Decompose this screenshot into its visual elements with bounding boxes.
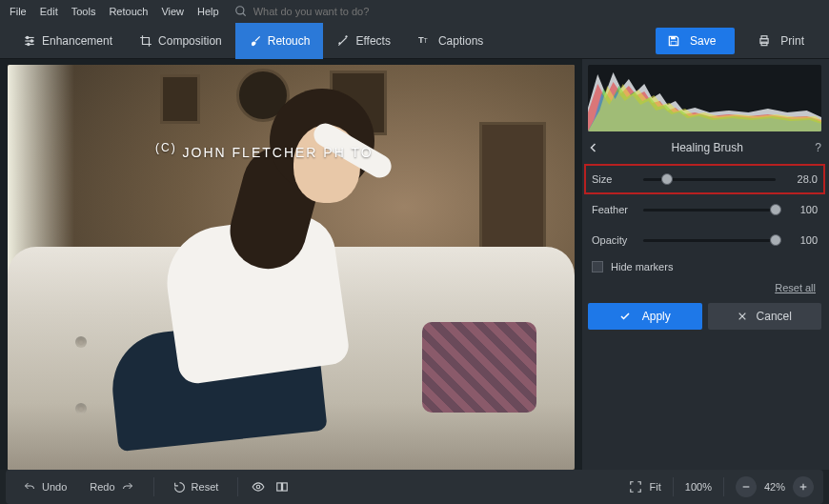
slider-value: 100 (785, 204, 818, 215)
svg-rect-10 (671, 36, 676, 39)
reset-label: Reset (192, 481, 219, 493)
main-area: (C) JOHN FLETCHER PH TO Healing Brush ? … (0, 59, 829, 470)
zoom-level: 42% (764, 481, 785, 493)
slider-opacity[interactable]: Opacity 100 (588, 229, 821, 252)
print-label: Print (780, 34, 804, 48)
svg-point-17 (257, 485, 261, 489)
histogram (588, 65, 821, 131)
svg-point-6 (30, 39, 32, 41)
apply-button[interactable]: Apply (588, 303, 702, 330)
checkbox-label: Hide markers (611, 261, 673, 272)
tab-label: Composition (158, 34, 222, 48)
slider-feather[interactable]: Feather 100 (588, 198, 821, 221)
slider-track[interactable] (643, 239, 776, 242)
apply-label: Apply (642, 310, 671, 323)
slider-label: Size (592, 173, 634, 185)
svg-rect-19 (283, 483, 288, 491)
redo-icon (121, 481, 134, 493)
redo-label: Redo (90, 481, 114, 493)
undo-icon (23, 481, 36, 493)
tab-enhancement[interactable]: Enhancement (10, 23, 126, 59)
svg-line-1 (242, 13, 245, 16)
svg-point-0 (235, 7, 243, 14)
panel-header: Healing Brush ? (588, 135, 821, 160)
menu-edit[interactable]: Edit (40, 6, 58, 17)
tab-label: Enhancement (42, 34, 112, 48)
svg-text:T: T (418, 35, 424, 45)
save-icon (667, 34, 680, 48)
sliders-icon (23, 34, 36, 48)
cancel-button[interactable]: Cancel (708, 303, 822, 330)
svg-rect-14 (761, 42, 767, 46)
tab-label: Retouch (268, 34, 311, 48)
slider-size[interactable]: Size 28.0 (588, 168, 821, 191)
tab-label: Captions (438, 34, 483, 48)
svg-rect-18 (277, 483, 282, 491)
plus-icon (799, 482, 808, 492)
toolbar: Enhancement Composition Retouch Effects … (0, 23, 829, 59)
svg-rect-11 (671, 41, 677, 45)
zoom-100[interactable]: 100% (685, 481, 712, 493)
reset-button[interactable]: Reset (166, 481, 227, 494)
menubar: File Edit Tools Retouch View Help (0, 0, 829, 23)
fit-screen-icon[interactable] (629, 480, 642, 494)
tab-label: Effects (355, 34, 390, 48)
tab-composition[interactable]: Composition (126, 23, 235, 59)
cancel-label: Cancel (757, 310, 792, 323)
check-icon (619, 311, 631, 322)
compare-icon[interactable] (274, 480, 290, 494)
svg-point-7 (28, 43, 30, 45)
canvas[interactable]: (C) JOHN FLETCHER PH TO (8, 65, 575, 470)
brush-icon (249, 34, 262, 48)
bottom-bar: Undo Redo Reset Fit 100% 42% (6, 470, 823, 504)
svg-text:T: T (424, 37, 428, 44)
svg-point-5 (27, 36, 29, 38)
eye-icon[interactable] (250, 480, 267, 494)
text-icon: TT (417, 34, 433, 48)
menu-view[interactable]: View (161, 6, 184, 17)
help-icon[interactable]: ? (815, 141, 821, 154)
side-panel: Healing Brush ? Size 28.0 Feather 100 Op… (582, 59, 829, 470)
menu-file[interactable]: File (10, 6, 27, 17)
checkbox[interactable] (592, 261, 603, 272)
back-icon[interactable] (588, 142, 599, 153)
svg-rect-13 (761, 35, 767, 38)
canvas-area: (C) JOHN FLETCHER PH TO (0, 59, 582, 470)
undo-button[interactable]: Undo (15, 481, 74, 493)
action-row: Apply Cancel (588, 303, 821, 330)
menu-tools[interactable]: Tools (71, 6, 96, 17)
slider-value: 28.0 (785, 173, 818, 185)
menu-retouch[interactable]: Retouch (109, 6, 148, 17)
save-label: Save (690, 34, 716, 48)
slider-track[interactable] (643, 178, 776, 181)
slider-label: Feather (592, 204, 634, 215)
hide-markers-row[interactable]: Hide markers (588, 261, 821, 272)
close-icon (738, 312, 747, 321)
search-wrap (234, 5, 425, 18)
reset-all-link[interactable]: Reset all (588, 282, 816, 293)
menu-help[interactable]: Help (197, 6, 219, 17)
slider-track[interactable] (643, 209, 776, 212)
reset-icon (173, 481, 186, 494)
redo-button[interactable]: Redo (82, 481, 141, 493)
wand-icon (336, 34, 350, 48)
panel-title: Healing Brush (671, 141, 742, 154)
tab-retouch[interactable]: Retouch (235, 23, 324, 59)
fit-label[interactable]: Fit (650, 481, 661, 493)
slider-value: 100 (785, 234, 818, 246)
print-icon (758, 34, 771, 48)
zoom-out-button[interactable] (736, 476, 757, 497)
minus-icon (741, 482, 751, 492)
crop-icon (139, 34, 152, 48)
search-icon (234, 5, 248, 18)
print-button[interactable]: Print (744, 28, 819, 54)
zoom-in-button[interactable] (793, 476, 814, 497)
tab-captions[interactable]: TT Captions (404, 23, 496, 59)
save-button[interactable]: Save (656, 28, 735, 54)
search-input[interactable] (253, 6, 425, 17)
watermark: (C) JOHN FLETCHER PH TO (155, 141, 374, 160)
undo-label: Undo (42, 481, 67, 493)
photo: (C) JOHN FLETCHER PH TO (8, 65, 575, 470)
slider-label: Opacity (592, 234, 634, 246)
tab-effects[interactable]: Effects (323, 23, 403, 59)
